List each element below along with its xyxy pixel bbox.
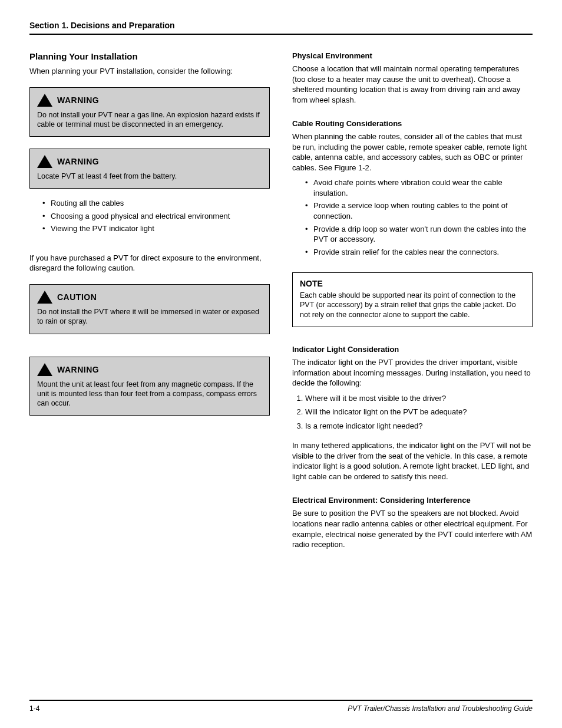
- page-title: Section 1. Decisions and Preparation: [29, 21, 533, 30]
- footer-rule: [29, 700, 533, 701]
- caution-box-1: CAUTION Do not install the PVT where it …: [29, 284, 270, 334]
- warning1-title: WARNING: [57, 95, 99, 105]
- factor-3: Viewing the PVT indicator light: [42, 223, 270, 234]
- warning3-title: WARNING: [57, 365, 99, 374]
- warning-box-1: WARNING Do not install your PVT near a g…: [29, 87, 270, 137]
- factor-2: Choosing a good physical and electrical …: [42, 211, 270, 222]
- svg-marker-2: [37, 291, 52, 304]
- warning2-title: WARNING: [57, 157, 99, 166]
- note-title: NOTE: [300, 279, 525, 288]
- cable-routing-heading: Cable Routing Considerations: [292, 119, 533, 128]
- cable-routing-body: When planning the cable routes, consider…: [292, 131, 533, 173]
- warning3-body: Mount the unit at least four feet from a…: [37, 380, 262, 409]
- cable-bullet-4: Provide strain relief for the cables nea…: [305, 247, 533, 258]
- indicator-heading: Indicator Light Consideration: [292, 345, 533, 354]
- cable-bullet-3: Provide a drip loop so water won't run d…: [305, 224, 533, 245]
- caution1-title: CAUTION: [57, 292, 97, 302]
- svg-marker-3: [37, 363, 52, 376]
- right-column: Physical Environment Choose a location t…: [292, 51, 533, 555]
- warning-box-2: WARNING Locate PVT at least 4 feet from …: [29, 149, 270, 189]
- indicator-list: Where will it be most visible to the dri…: [305, 393, 533, 435]
- cable-bullets: Avoid chafe points where vibration could…: [305, 177, 533, 259]
- warning-box-3: WARNING Mount the unit at least four fee…: [29, 357, 270, 416]
- planning-heading: Planning Your Installation: [29, 51, 270, 61]
- indicator-item-2: Will the indicator light on the PVT be a…: [305, 407, 533, 417]
- page-footer: 1-4 PVT Trailer/Chassis Installation and…: [29, 700, 533, 713]
- indicator-item-1: Where will it be most visible to the dri…: [305, 393, 533, 404]
- electrical-heading: Electrical Environment: Considering Inte…: [292, 496, 533, 505]
- caution1-body: Do not install the PVT where it will be …: [37, 307, 262, 327]
- page-number: 1-4: [29, 704, 39, 713]
- cable-bullet-1: Avoid chafe points where vibration could…: [305, 177, 533, 198]
- warning-icon: [37, 94, 52, 107]
- planning-factors: Routing all the cables Choosing a good p…: [42, 198, 270, 236]
- header-rule: [29, 34, 533, 35]
- indicator-body1: The indicator light on the PVT provides …: [292, 357, 533, 388]
- electrical-body: Be sure to position the PVT so the speak…: [292, 508, 533, 549]
- factor-1: Routing all the cables: [42, 198, 270, 209]
- note-body: Each cable should be supported near its …: [300, 291, 525, 319]
- left-column: Planning Your Installation When planning…: [29, 51, 270, 555]
- content-columns: Planning Your Installation When planning…: [29, 51, 533, 555]
- physical-env-body: Choose a location that will maintain nor…: [292, 64, 533, 105]
- note-box: NOTE Each cable should be supported near…: [292, 272, 533, 327]
- warning-icon: [37, 155, 52, 168]
- warning2-body: Locate PVT at least 4 feet from the batt…: [37, 172, 262, 181]
- svg-marker-0: [37, 94, 52, 107]
- caution-icon: [37, 291, 52, 304]
- apply-type-note: If you have purchased a PVT for direct e…: [29, 253, 270, 274]
- planning-intro: When planning your PVT installation, con…: [29, 66, 270, 77]
- svg-marker-1: [37, 155, 52, 168]
- warning-icon: [37, 363, 52, 376]
- cable-bullet-2: Provide a service loop when routing cabl…: [305, 200, 533, 221]
- indicator-item-3: Is a remote indicator light needed?: [305, 421, 533, 431]
- footer-doc-title: PVT Trailer/Chassis Installation and Tro…: [348, 704, 533, 713]
- physical-env-heading: Physical Environment: [292, 51, 533, 60]
- warning1-body: Do not install your PVT near a gas line.…: [37, 110, 262, 130]
- indicator-body2: In many tethered applications, the indic…: [292, 440, 533, 482]
